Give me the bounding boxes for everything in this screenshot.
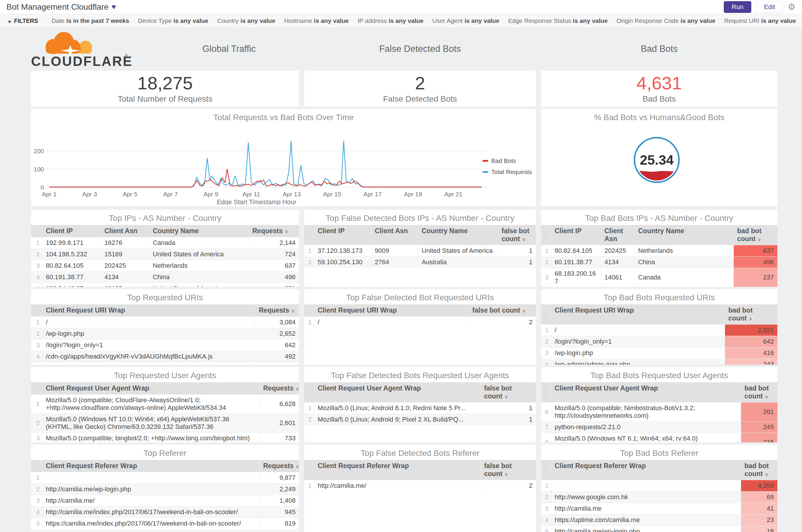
table-false-bot-user-agents: Top False Detected Bots Requested User A… <box>304 367 536 442</box>
stat-label: False Detected Bots <box>383 94 457 104</box>
stat-value: 18,275 <box>137 74 193 93</box>
table-top-referer: Top RefererClient Request Referer WrapRe… <box>31 445 299 532</box>
table-cell: http://camilia.me/ <box>314 480 480 492</box>
column-header[interactable]: Client Request User Agent Wrap <box>551 382 741 402</box>
row-number-header <box>304 225 314 245</box>
table-cell: 68.183.200.167 <box>551 268 601 287</box>
filter-item[interactable]: Request URIis any value <box>724 17 796 24</box>
sort-desc-icon: ∨ <box>765 472 768 477</box>
table-cell: United States of America <box>149 249 249 260</box>
table-cell: 59.100.254.130 <box>314 256 371 268</box>
table-row: 1/3,084 <box>31 317 299 328</box>
table-cell: https://uptime.com/camilia.me <box>551 514 741 526</box>
panel-title: Top IPs - AS Number - Country <box>31 210 299 225</box>
column-header[interactable]: Client Request URI Wrap <box>314 304 469 317</box>
svg-text:Apr 9: Apr 9 <box>204 191 218 197</box>
column-header[interactable]: Client IP <box>42 225 101 237</box>
table-cell: /wp-admin/admin-ajax.php <box>551 359 725 365</box>
row-number: 2 <box>541 492 551 503</box>
filter-item[interactable]: Hostnameis any value <box>284 17 349 24</box>
section-title-false-detected-bots: False Detected Bots <box>379 44 461 54</box>
svg-text:Apr 1: Apr 1 <box>42 191 57 197</box>
filters-toggle[interactable]: ▸FILTERS <box>9 18 38 24</box>
column-header[interactable]: false bot count∨ <box>469 304 536 317</box>
column-header[interactable]: Client Request URI Wrap <box>551 304 725 325</box>
row-number: 2 <box>31 484 42 495</box>
column-header[interactable]: Client Request Referer Wrap <box>551 460 741 480</box>
column-header[interactable]: Country Name <box>418 225 498 245</box>
expand-triangle-icon: ▸ <box>9 19 11 24</box>
table-cell: /cdn-cgi/apps/head/xVgyKhR-vV3dAUGhMqfBc… <box>42 351 255 362</box>
filter-bar: ▸FILTERS Dateis in the past 7 weeksDevic… <box>0 14 802 28</box>
table-cell: 416 <box>725 347 777 359</box>
filter-items: Dateis in the past 7 weeksDevice Typeis … <box>52 17 802 24</box>
column-header[interactable]: Requests∨ <box>260 460 299 472</box>
table-cell: 496 <box>733 256 777 268</box>
legend-swatch <box>482 160 488 162</box>
column-header[interactable]: Country Name <box>634 225 733 245</box>
column-header[interactable]: Client Request Referer Wrap <box>42 460 260 472</box>
table-cell: 496 <box>249 271 299 283</box>
table-cell: 1 <box>480 402 536 414</box>
column-header[interactable]: Client Asn <box>101 225 149 237</box>
row-number-header <box>31 304 42 317</box>
table-row: 19,877 <box>31 472 299 484</box>
column-header[interactable]: Country Name <box>149 225 249 237</box>
table-cell: /wp-login.php <box>551 347 725 359</box>
column-header[interactable]: Client Request URI Wrap <box>42 304 255 317</box>
column-header[interactable]: false bot count∨ <box>498 225 536 245</box>
column-header[interactable]: false bot count∨ <box>480 460 536 480</box>
column-header[interactable]: Requests∨ <box>260 382 299 395</box>
table-row: 2Mozilla/5.0 (Linux; Android 9; Pixel 2 … <box>304 414 536 425</box>
column-header[interactable]: bad bot count∨ <box>741 460 777 480</box>
heart-icon: ♥ <box>112 2 116 12</box>
filter-item[interactable]: User Agentis any value <box>432 17 499 24</box>
sort-desc-icon: ∨ <box>765 394 768 400</box>
settings-gear-icon[interactable]: ⚙ <box>788 2 796 12</box>
svg-text:Apr 11: Apr 11 <box>243 191 260 197</box>
filter-item[interactable]: Device Typeis any value <box>138 17 208 24</box>
filter-item[interactable]: IP addressis any value <box>358 17 423 24</box>
table-cell: Netherlands <box>149 260 249 271</box>
table-cell: Mozilla/5.0 (compatible; CloudFlare-Alwa… <box>42 395 260 414</box>
column-header[interactable]: Client IP <box>551 225 601 245</box>
column-header[interactable]: bad bot count∨ <box>741 382 777 402</box>
row-number-header <box>541 304 551 325</box>
column-header[interactable]: Client Request User Agent Wrap <box>314 382 480 402</box>
table-top-user-agents: Top Requested User AgentsClient Request … <box>31 367 299 442</box>
section-title-global-traffic: Global Traffic <box>203 44 256 54</box>
table-cell: 351 <box>249 283 299 287</box>
column-header[interactable]: Requests∨ <box>249 225 299 237</box>
legend-item[interactable]: Bad Bots <box>482 157 532 164</box>
column-header[interactable]: Client Asn <box>601 225 634 245</box>
column-header[interactable]: bad bot count∨ <box>733 225 777 245</box>
svg-text:®: ® <box>125 53 128 58</box>
filter-item[interactable]: Edge Response Statusis any value <box>508 17 608 24</box>
sort-desc-icon: ∨ <box>291 308 295 314</box>
column-header[interactable]: Client IP <box>314 225 371 245</box>
table-row: 6Mozilla/5.0 (compatible; Nimbostratus-B… <box>541 402 777 421</box>
column-header[interactable]: Client Asn <box>371 225 418 245</box>
column-header[interactable]: false bot count∨ <box>480 382 536 402</box>
run-button[interactable]: Run <box>724 1 751 13</box>
table-cell: 1,408 <box>260 495 299 507</box>
filter-item[interactable]: Countryis any value <box>217 17 275 24</box>
edit-button[interactable]: Edit <box>756 1 783 13</box>
stat-value: 2 <box>415 74 425 93</box>
table-cell: 192.99.8.171 <box>42 237 101 249</box>
column-header[interactable]: Client Request Referer Wrap <box>314 460 480 480</box>
column-header[interactable]: Requests∨ <box>255 304 299 317</box>
table-row: 7python-requests/2.21.0245 <box>541 421 777 433</box>
page-title: Bot Management Cloudflare <box>6 2 109 12</box>
column-header[interactable]: bad bot count∨ <box>725 304 777 325</box>
filter-item[interactable]: Dateis in the past 7 weeks <box>52 17 129 24</box>
table-row: 1Mozilla/5.0 (compatible; CloudFlare-Alw… <box>31 395 299 414</box>
table-cell: 16276 <box>101 237 149 249</box>
legend-item[interactable]: Total Requests <box>482 168 532 175</box>
filter-item[interactable]: Origin Response Codeis any value <box>616 17 715 24</box>
table-cell: 202425 <box>601 245 634 256</box>
table-cell: 60.191.38.77 <box>551 256 601 268</box>
column-header[interactable]: Client Request User Agent Wrap <box>42 382 260 395</box>
table-cell: /login/?login_only=1 <box>42 340 255 351</box>
table-cell: 2,652 <box>255 328 299 340</box>
